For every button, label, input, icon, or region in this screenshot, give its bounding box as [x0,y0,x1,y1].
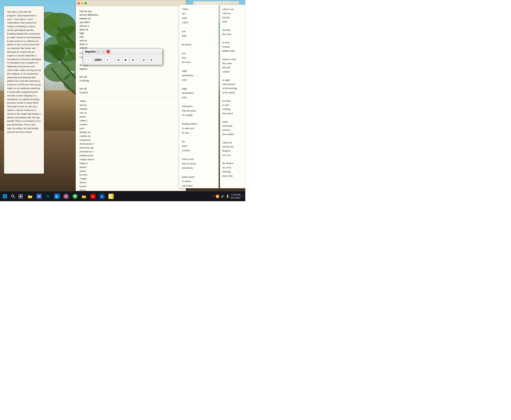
browser-close-btn[interactable] [77,2,80,5]
magnifier-end-btn[interactable]: ⏭ [130,57,136,63]
magnifier-window: Magnifier − □ ✕ − 100% + ⏮ ▶ ⏭ 🔊 ⚙ [83,49,162,65]
ms-store-icon: ⊞ [54,194,60,199]
taskbar-start-button[interactable] [0,191,10,201]
far-right-massive-rocks: massive rocksthat camealie andwalked [222,57,243,74]
sticky-notes-icon-symbol: 📝 [108,194,114,199]
svg-point-32 [73,194,77,199]
poem-night-section: nightmetabolizestruth [182,69,216,82]
poem-throat-section: the throat youbearthe cross [182,43,216,65]
browser-window: how do youtell the differencebtween aney… [76,0,186,191]
taskbar-system-tray: ^ 📶 🔊 🔋 12:45 AM 6/17/2022 □ [213,193,245,200]
svg-rect-19 [3,196,5,198]
word-icon-letter: W [36,194,42,199]
magnifier-divider [113,57,113,62]
magnifier-settings-btn[interactable]: ⚙ [148,57,154,63]
magnifier-start-btn[interactable]: ⏮ [115,57,121,63]
magnifier-close-btn[interactable]: ✕ [106,50,110,53]
svg-line-22 [14,197,15,198]
poem-you-bear: youbearthe cross [182,51,216,65]
taskbar-task-view-button[interactable] [16,192,25,201]
poem-the-poem-text: thepoemscreams [182,140,216,153]
taskbar-chrome-icon[interactable] [62,192,70,201]
volume-icon[interactable]: 🔊 [221,195,224,198]
browser-content: how do youtell the differencebtween aney… [76,6,186,191]
sys-tray-expand-icon[interactable]: ^ [213,195,214,198]
photoshop-icon-letter: Ps [45,194,51,199]
taskbar-clock[interactable]: 12:45 AM 6/17/2022 [230,193,241,200]
taskbar-spotify-icon[interactable] [71,192,79,201]
magnifier-divider-2 [138,57,139,62]
poem-night-metabolizes: nightmetabolizestruth [182,69,216,82]
magnifier-zoom-level: 100% [93,58,103,61]
poem-let-make-deal: "Whatlet'smakea deal youhold [182,7,216,38]
taskbar-acrobat-icon[interactable]: Ac [89,192,97,201]
note-card-left-text: Get with it. Get with the program. Get p… [7,11,41,133]
far-right-under: underand foundtreasurebut couldn't [222,120,243,136]
far-right-at-night: at nightand returnedin the morningso he … [222,78,243,95]
sys-tray-icons: ^ 📶 🔊 🔋 [213,195,229,198]
taskbar-ms-store-icon[interactable]: ⊞ [53,192,61,201]
poem-night-metabolizes-repeat: nightmetabolizestruth [182,87,216,100]
magnifier-zoom-in-btn[interactable]: + [105,57,110,63]
browser-essay-text: "Whatand pometaphone capoetrycalled ccre… [79,97,182,191]
svg-rect-24 [21,195,23,196]
network-icon[interactable]: 📶 [216,195,219,198]
taskbar-file-explorer-icon[interactable] [26,192,34,201]
taskbar-sticky-notes-icon[interactable]: 📝 [107,192,115,201]
folder-yellow-icon [81,194,87,199]
magnifier-zoom-out-btn[interactable]: − [85,57,91,63]
svg-rect-18 [5,194,7,196]
taskbar: W Ps ⊞ [0,191,245,201]
far-right-climb: climb outand the lastthing hesaw was [222,141,243,157]
svg-rect-17 [3,194,5,196]
magnifier-restore-btn[interactable]: □ [101,50,105,53]
browser-max-btn[interactable] [84,2,87,5]
notification-area-icon[interactable]: □ [242,195,243,198]
poem-truth-pours: truth poursfrom the poresof a knight [182,104,216,118]
magnifier-play-btn[interactable]: ▶ [123,57,129,63]
taskbar-photoshop-icon[interactable]: Ps [44,192,52,201]
svg-rect-20 [5,196,7,198]
svg-rect-25 [19,196,20,198]
far-right-to-steal: to stealtreasurehidden under [222,40,243,53]
poem-lock: when a locklicks its throatand destiny [182,157,216,170]
far-right-shadow: the shadowof a rockloomingabove him [222,161,243,178]
poem-truth-pours-text: truth poursfrom the poresof a knight [182,104,216,118]
taskbar-app-icons: W Ps ⊞ [26,192,115,201]
taskbar-folder-icon[interactable] [80,192,88,201]
svg-rect-23 [19,195,20,196]
search-icon [11,194,15,198]
poem-throat-line: the throat [182,43,216,47]
how-do-you-text: how do youtell the differencebtween aney… [79,10,98,49]
svg-text:⊞: ⊞ [55,195,57,198]
far-right-content: when I wasa kid wehad thisbook that hadt… [220,5,245,180]
browser-main-text: how do youtell the differencebtween aney… [79,9,182,191]
far-right-for-them: for themto startwalkingthen snuck [222,99,243,116]
task-view-icon [18,194,23,199]
taskbar-search-button[interactable] [10,194,16,199]
poem-bearing-witness: bearing witnessto what can'tbe seen [182,122,216,135]
poem-the-poem: thepoemscreams [182,140,216,153]
poem-night-metabolizes-2: nightmetabolizestruth [182,87,216,100]
blue-app-icon-symbol: ◈ [99,194,105,199]
magnifier-titlebar: Magnifier − □ ✕ [83,49,162,54]
spotify-icon [72,194,78,199]
magnifier-minimize-btn[interactable]: − [97,50,100,53]
magnifier-plus-icon: + [107,58,108,62]
browser-min-btn[interactable] [81,2,84,5]
middle-poem-panel: "Whatlet'smakea deal youhold the throat … [179,5,219,188]
magnifier-title: Magnifier [85,50,96,53]
poem-paints: paints poetryas moneyand money [182,175,216,188]
taskbar-date: 6/17/2022 [230,196,241,199]
magnifier-volume-btn[interactable]: 🔊 [141,57,147,63]
taskbar-word-icon[interactable]: W [35,192,43,201]
browser-toolbar [76,0,186,6]
browser-top-text: how do youtell the differencebtween aney… [79,9,182,50]
folder-icon [27,194,33,199]
svg-point-31 [65,196,67,197]
acrobat-icon-letter: Ac [90,194,96,199]
note-card-left: Get with it. Get with the program. Get p… [4,6,44,174]
battery-icon[interactable]: 🔋 [226,195,229,198]
taskbar-blue-app-icon[interactable]: ◈ [98,192,106,201]
svg-point-21 [11,195,14,197]
